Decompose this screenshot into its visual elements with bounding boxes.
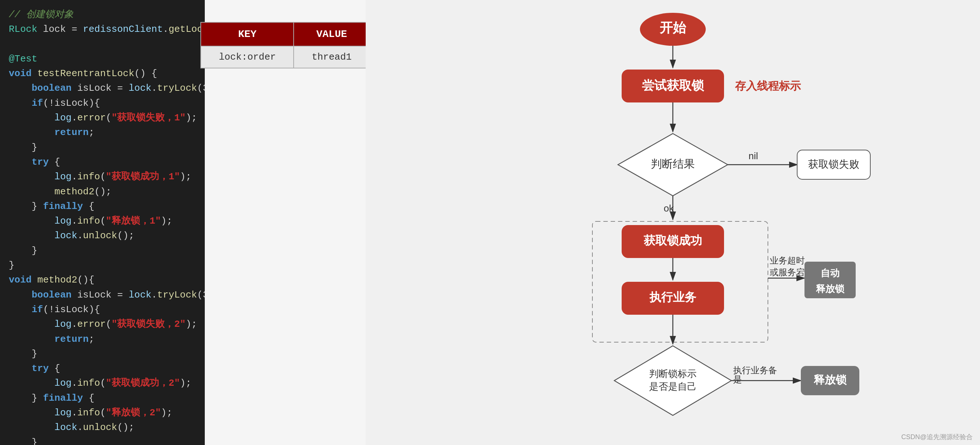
- code-panel: // 创建锁对象 RLock lock = redissonClient.get…: [0, 0, 205, 445]
- code-line: boolean isLock = lock.tryLock(30);: [9, 81, 196, 96]
- code-line: return;: [9, 332, 196, 346]
- code-line: }: [9, 258, 196, 273]
- code-line: boolean isLock = lock.tryLock(30);: [9, 288, 196, 302]
- code-line: void testReentrantLock() {: [9, 66, 196, 81]
- yes-label: 是: [733, 374, 742, 384]
- nil-label: nil: [749, 150, 758, 161]
- timeout-label-1: 业务超时: [770, 255, 805, 265]
- table-header-key: KEY: [201, 22, 294, 46]
- code-line: try {: [9, 361, 196, 376]
- lock-fail-label: 获取锁失败: [808, 158, 859, 170]
- code-line: @Test: [9, 52, 196, 66]
- exec-biz-arrow-label: 执行业务备: [733, 365, 777, 375]
- code-line: log.info("获取锁成功，2");: [9, 376, 196, 391]
- table-cell-key: lock:order: [201, 46, 294, 68]
- code-line: }: [9, 140, 196, 155]
- code-line: lock.unlock();: [9, 420, 196, 435]
- table-header-value: VALUE: [294, 22, 369, 46]
- flowchart-panel: 开始 尝试获取锁 存入线程标示 判断结果 nil 获取锁失败 ok 获取锁成功 …: [366, 0, 980, 445]
- code-line: } finally {: [9, 199, 196, 214]
- code-line: // 创建锁对象: [9, 7, 196, 22]
- store-thread-label: 存入线程标示: [735, 80, 801, 92]
- judge-flag-label-2: 是否是自己: [649, 381, 697, 392]
- release-label: 释放锁: [814, 374, 847, 386]
- code-line: log.error("获取锁失败，2");: [9, 317, 196, 332]
- auto-release-label-2: 释放锁: [816, 283, 845, 294]
- code-line: log.info("释放锁，1");: [9, 214, 196, 228]
- code-line: }: [9, 346, 196, 361]
- code-line: method2();: [9, 185, 196, 199]
- code-line: if(!isLock){: [9, 302, 196, 317]
- ok-label: ok: [664, 203, 674, 214]
- code-line: } finally {: [9, 391, 196, 405]
- code-line: lock.unlock();: [9, 228, 196, 243]
- code-line: log.error("获取锁失败，1");: [9, 110, 196, 125]
- exec-biz-label: 执行业务: [649, 290, 697, 304]
- watermark: CSDN@追先溯源经验合: [901, 432, 973, 441]
- comment: // 创建锁对象: [9, 9, 73, 20]
- start-label: 开始: [659, 20, 686, 35]
- kv-table: KEY VALUE lock:order thread1: [200, 22, 370, 69]
- code-line: [9, 37, 196, 52]
- code-line: if(!isLock){: [9, 96, 196, 110]
- lock-success-label: 获取锁成功: [644, 234, 702, 247]
- code-line: void method2(){: [9, 273, 196, 287]
- table-cell-value: thread1: [294, 46, 369, 68]
- code-line: }: [9, 243, 196, 258]
- flowchart-svg: 开始 尝试获取锁 存入线程标示 判断结果 nil 获取锁失败 ok 获取锁成功 …: [366, 0, 980, 445]
- try-lock-label: 尝试获取锁: [642, 78, 704, 92]
- code-line: }: [9, 435, 196, 445]
- judge-result-label: 判断结果: [651, 158, 695, 170]
- judge-flag-label-1: 判断锁标示: [649, 368, 697, 379]
- code-line: log.info("释放锁，2");: [9, 405, 196, 420]
- auto-release-label-1: 自动: [821, 268, 840, 279]
- code-line: RLock lock = redissonClient.getLock("loc…: [9, 22, 196, 37]
- code-line: try {: [9, 155, 196, 169]
- middle-panel: KEY VALUE lock:order thread1: [205, 0, 366, 445]
- code-line: return;: [9, 125, 196, 140]
- code-line: log.info("获取锁成功，1");: [9, 169, 196, 184]
- table-row: lock:order thread1: [201, 46, 369, 68]
